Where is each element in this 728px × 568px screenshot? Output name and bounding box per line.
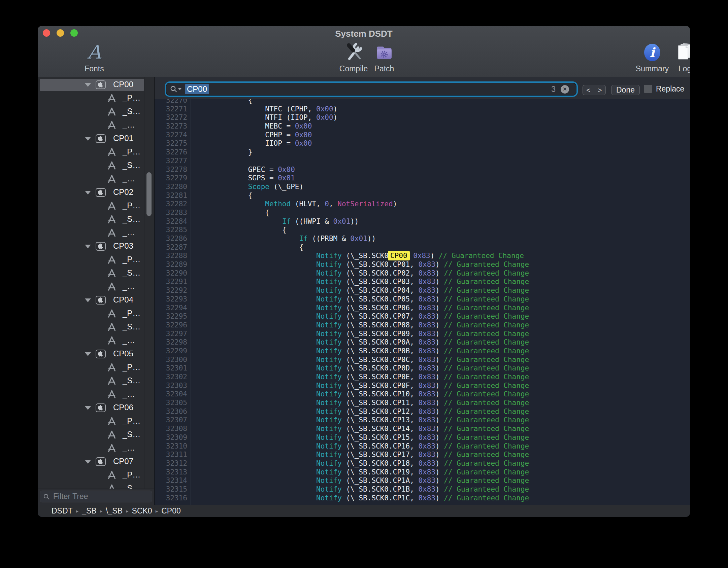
tree-item-cp01[interactable]: CP01 [38, 132, 154, 145]
find-next-button[interactable]: > [594, 85, 606, 95]
breadcrumb-item[interactable]: \_SB [106, 506, 123, 516]
tree-child-item[interactable]: _S… [38, 482, 154, 489]
line-number: 32291 [166, 278, 187, 286]
disclosure-triangle-icon[interactable] [85, 245, 91, 248]
filter-tree-input[interactable]: Filter Tree [40, 491, 152, 502]
tree-child-item[interactable]: _… [38, 118, 154, 132]
line-number: 32309 [166, 433, 187, 442]
tree-item-cp03[interactable]: CP03 [38, 240, 154, 253]
code-line: 32299 Notify (\_SB.SCK0.CP0B, 0x83) // G… [155, 347, 690, 356]
tree-item-cp00[interactable]: CP00 [38, 78, 154, 92]
log-button[interactable]: Log [665, 41, 690, 73]
tree-child-item[interactable]: _P… [38, 145, 154, 159]
tree-child-item[interactable]: _… [38, 441, 154, 455]
disclosure-triangle-icon[interactable] [85, 137, 91, 141]
done-button[interactable]: Done [611, 85, 640, 95]
disclosure-triangle-icon[interactable] [85, 191, 91, 194]
tree-child-item[interactable]: _P… [38, 92, 154, 105]
breadcrumb-item[interactable]: _SB [82, 506, 96, 516]
tree-child-item[interactable]: _S… [38, 374, 154, 388]
tree-child-item[interactable]: _… [38, 172, 154, 186]
code-text: If ((HWPI & 0x01)) [197, 217, 359, 226]
line-number: 32288 [166, 252, 187, 260]
disclosure-triangle-icon[interactable] [85, 83, 91, 87]
tree-child-item[interactable]: _P… [38, 199, 154, 213]
log-icon [675, 41, 690, 62]
tree-child-item[interactable]: _P… [38, 253, 154, 267]
tree-child-item[interactable]: _S… [38, 159, 154, 172]
tree-item-label: CP07 [113, 457, 133, 466]
tree-child-item[interactable]: _S… [38, 267, 154, 280]
method-icon [107, 175, 116, 185]
tree-child-item[interactable]: _P… [38, 307, 154, 320]
replace-checkbox[interactable] [644, 85, 652, 93]
tree-child-item[interactable]: _P… [38, 361, 154, 374]
code-line: 32305 Notify (\_SB.SCK0.CP11, 0x83) // G… [155, 399, 690, 407]
tree-child-item[interactable]: _S… [38, 320, 154, 334]
code-line: 32312 Notify (\_SB.SCK0.CP18, 0x83) // G… [155, 459, 690, 468]
breadcrumb-item[interactable]: SCK0 [132, 506, 152, 516]
tree-child-item[interactable]: _S… [38, 428, 154, 441]
tree-child-item[interactable]: _P… [38, 468, 154, 482]
line-number: 32282 [166, 200, 187, 209]
tree-item-label: _S… [123, 484, 140, 489]
tree-item-label: _… [123, 282, 135, 291]
code-editor[interactable]: 32270 {32271 NTFC (CPHP, 0x00)32272 NTFI… [155, 99, 690, 505]
sidebar-scrollbar[interactable] [146, 172, 152, 216]
device-icon [96, 188, 106, 197]
disclosure-triangle-icon[interactable] [85, 406, 91, 410]
line-number: 32315 [166, 485, 187, 494]
code-text: Notify (\_SB.SCK0.CP0B, 0x83) // Guarant… [197, 347, 529, 356]
tree-item-label: _P… [123, 201, 140, 210]
code-text: { [197, 243, 303, 252]
code-line: 32308 Notify (\_SB.SCK0.CP14, 0x83) // G… [155, 425, 690, 433]
tree-child-item[interactable]: _… [38, 334, 154, 347]
code-line: 32315 Notify (\_SB.SCK0.CP1B, 0x83) // G… [155, 485, 690, 494]
method-icon [107, 363, 116, 373]
search-input[interactable]: CP00 3 ✕ [166, 83, 576, 96]
tree-item-label: CP06 [113, 403, 133, 412]
code-text: Notify (\_SB.SCK0.CP09, 0x83) // Guarant… [197, 330, 529, 339]
breadcrumb-separator-icon: ▸ [76, 508, 79, 514]
code-text: Notify (\_SB.SCK0.CP13, 0x83) // Guarant… [197, 416, 529, 425]
breadcrumb-item[interactable]: DSDT [52, 506, 73, 516]
disclosure-triangle-icon[interactable] [85, 460, 91, 464]
breadcrumb-item[interactable]: CP00 [161, 506, 181, 516]
tree-child-item[interactable]: _… [38, 388, 154, 401]
code-text: Notify (\_SB.SCK0CP00 0x83) // Guarantee… [197, 252, 524, 260]
tree-item-cp02[interactable]: CP02 [38, 186, 154, 199]
code-line: 32307 Notify (\_SB.SCK0.CP13, 0x83) // G… [155, 416, 690, 425]
tree-item-cp04[interactable]: CP04 [38, 293, 154, 307]
tree-child-item[interactable]: _P… [38, 415, 154, 428]
tree-item-cp06[interactable]: CP06 [38, 401, 154, 415]
method-icon [107, 309, 116, 319]
tree-item-cp07[interactable]: CP07 [38, 455, 154, 468]
line-number: 32310 [166, 442, 187, 451]
tree-item-cp05[interactable]: CP05 [38, 347, 154, 361]
tree-item-label: _S… [123, 161, 140, 170]
tree-child-item[interactable]: _… [38, 280, 154, 293]
code-text: Notify (\_SB.SCK0.CP11, 0x83) // Guarant… [197, 399, 529, 407]
tree-child-item[interactable]: _S… [38, 105, 154, 118]
compile-label: Compile [339, 64, 368, 73]
disclosure-triangle-icon[interactable] [85, 298, 91, 302]
breadcrumb-separator-icon: ▸ [100, 508, 103, 514]
clear-search-button[interactable]: ✕ [561, 85, 569, 94]
code-line: 32301 Notify (\_SB.SCK0.CP0D, 0x83) // G… [155, 364, 690, 373]
find-previous-button[interactable]: < [583, 85, 594, 95]
disclosure-triangle-icon[interactable] [85, 352, 91, 356]
code-lines: 32270 {32271 NTFC (CPHP, 0x00)32272 NTFI… [155, 99, 690, 502]
search-options-chevron-icon[interactable] [178, 88, 181, 90]
device-icon [96, 403, 106, 412]
tree-child-item[interactable]: _S… [38, 213, 154, 226]
code-line: 32280 Scope (\_GPE) [155, 183, 690, 191]
code-line: 32306 Notify (\_SB.SCK0.CP12, 0x83) // G… [155, 407, 690, 416]
code-text: SGPS = 0x01 [197, 174, 295, 183]
fonts-button[interactable]: A Fonts [74, 41, 114, 73]
code-text: Notify (\_SB.SCK0.CP01, 0x83) // Guarant… [197, 260, 529, 269]
code-line: 32295 Notify (\_SB.SCK0.CP07, 0x83) // G… [155, 312, 690, 321]
patch-button[interactable]: Patch [364, 41, 404, 73]
code-line: 32300 Notify (\_SB.SCK0.CP0C, 0x83) // G… [155, 356, 690, 364]
tree-child-item[interactable]: _… [38, 226, 154, 240]
code-text: GPEC = 0x00 [197, 166, 295, 174]
